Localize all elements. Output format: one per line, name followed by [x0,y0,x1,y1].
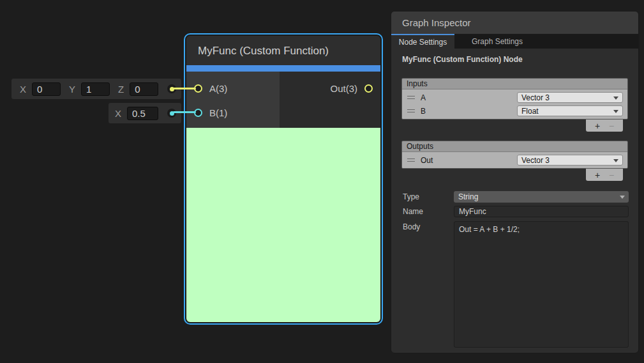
outputs-list-header: Outputs [402,141,627,152]
outputs-list-footer: + − [401,169,628,181]
name-field-row: Name [403,206,629,217]
drag-handle-icon[interactable] [407,96,415,99]
port-b-label: B(1) [209,107,227,118]
outputs-list: Outputs Out Vector 3 + − [401,141,628,181]
port-a-label: A(3) [209,83,227,94]
body-label: Body [403,221,454,233]
inspector-tab-bar: Node Settings Graph Settings [391,34,638,49]
x-field-label: X [20,84,26,95]
drag-handle-icon[interactable] [407,109,415,112]
inputs-list-header: Inputs [402,79,627,89]
inputs-list-rows: A Vector 3 B Float [402,89,627,119]
input-b-type-dropdown[interactable]: Float [517,105,623,116]
port-row-a: A(3) [186,81,280,96]
input-ports-column: A(3) B(1) [186,72,280,128]
function-name-input[interactable] [454,206,629,217]
input-b-type-value: Float [521,107,539,116]
port-row-out: Out(3) [280,81,380,96]
vector3-input-widget: X Y Z [11,79,181,99]
y-field-label: Y [69,84,75,95]
output-ports-column: Out(3) [280,72,380,128]
node-category-color-bar [186,65,380,72]
outputs-footer-buttons: + − [586,169,623,181]
list-item[interactable]: Out Vector 3 [402,153,627,167]
body-field-row: Body Out = A + B + 1/2; [403,221,629,348]
tab-node-settings[interactable]: Node Settings [391,34,454,49]
edge-float-to-b[interactable] [173,111,196,113]
dropdown-arrow-icon [613,97,618,100]
port-row-b: B(1) [186,105,280,120]
node-title[interactable]: MyFunc (Custom Function) [186,36,380,65]
remove-input-button[interactable]: − [609,121,614,130]
x-value-field[interactable] [32,82,61,96]
dropdown-arrow-icon [620,196,625,199]
z-value-field[interactable] [130,82,158,96]
input-row-name: B [421,107,426,116]
float-value-field[interactable] [127,107,158,120]
tab-graph-settings[interactable]: Graph Settings [454,34,540,49]
float-connector-port[interactable] [167,109,176,118]
remove-output-button[interactable]: − [609,171,614,180]
drag-handle-icon[interactable] [407,158,415,162]
input-row-name: A [421,93,426,102]
outputs-list-rows: Out Vector 3 [402,152,627,168]
inputs-list-box: Inputs A Vector 3 B Float [401,78,628,120]
output-out-type-value: Vector 3 [521,156,550,165]
add-input-button[interactable]: + [595,121,600,130]
inputs-list-footer: + − [401,120,628,132]
output-port-out-icon[interactable] [364,84,373,93]
inputs-footer-buttons: + − [586,120,623,132]
add-output-button[interactable]: + [595,171,600,180]
type-dropdown[interactable]: String [454,191,629,203]
dropdown-arrow-icon [613,159,618,162]
edge-vector3-to-a[interactable] [173,88,196,89]
name-label: Name [403,206,454,217]
list-item[interactable]: A Vector 3 [402,91,627,104]
inputs-list: Inputs A Vector 3 B Float [401,78,628,132]
input-a-type-value: Vector 3 [521,93,550,102]
input-a-type-dropdown[interactable]: Vector 3 [517,92,623,103]
float-input-widget: X [109,103,181,123]
node-body: MyFunc (Custom Function) A(3) B(1) Out(3… [186,36,380,322]
custom-function-node[interactable]: MyFunc (Custom Function) A(3) B(1) Out(3… [184,33,383,325]
z-field-label: Z [118,84,124,95]
outputs-list-box: Outputs Out Vector 3 [401,141,628,169]
y-value-field[interactable] [81,82,110,96]
type-dropdown-value: String [458,192,478,201]
x-field-label: X [115,108,121,119]
output-row-name: Out [421,156,433,165]
graph-inspector-title[interactable]: Graph Inspector [391,12,638,34]
selected-node-heading: MyFunc (Custom Function) Node [402,55,638,64]
node-preview [186,128,380,322]
node-ports-area: A(3) B(1) Out(3) [186,72,380,128]
function-body-textarea[interactable]: Out = A + B + 1/2; [454,221,629,348]
output-out-type-dropdown[interactable]: Vector 3 [517,155,623,166]
graph-inspector-panel: Graph Inspector Node Settings Graph Sett… [391,11,639,353]
type-label: Type [403,191,454,203]
list-item[interactable]: B Float [402,104,627,118]
port-out-label: Out(3) [330,83,357,94]
type-field-row: Type String [403,191,629,203]
dropdown-arrow-icon [613,110,618,113]
